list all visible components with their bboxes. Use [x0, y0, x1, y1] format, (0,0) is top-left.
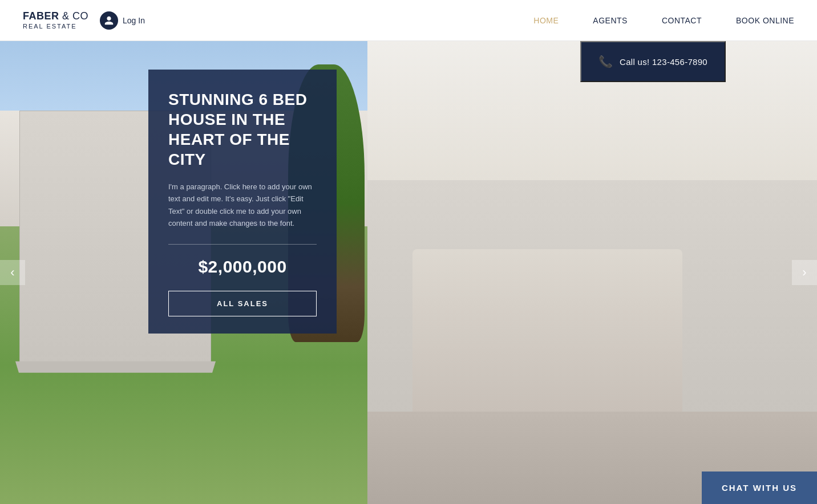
- call-button-text: Call us! 123-456-7890: [620, 57, 707, 67]
- avatar-icon: [100, 11, 118, 30]
- carousel-prev-button[interactable]: ‹: [0, 260, 25, 285]
- phone-icon: 📞: [598, 55, 613, 68]
- all-sales-button[interactable]: ALL SALES: [168, 291, 317, 316]
- header: FABER & CO REAL ESTATE Log In HOME AGENT…: [0, 0, 817, 41]
- property-divider: [168, 244, 317, 245]
- main-nav: HOME AGENTS CONTACT BOOK ONLINE: [533, 16, 794, 25]
- nav-agents[interactable]: AGENTS: [593, 16, 628, 25]
- logo: FABER & CO REAL ESTATE: [23, 10, 88, 30]
- property-title: STUNNING 6 BED HOUSE IN THE HEART OF THE…: [168, 90, 317, 169]
- login-button[interactable]: Log In: [100, 11, 145, 30]
- logo-tagline: REAL ESTATE: [23, 23, 88, 30]
- login-label: Log In: [123, 16, 145, 25]
- nav-book-online[interactable]: BOOK ONLINE: [736, 16, 794, 25]
- property-price: $2,000,000: [168, 257, 317, 277]
- chevron-right-icon: ›: [802, 265, 806, 280]
- call-button[interactable]: 📞 Call us! 123-456-7890: [580, 41, 726, 82]
- nav-contact[interactable]: CONTACT: [662, 16, 702, 25]
- header-left: FABER & CO REAL ESTATE Log In: [23, 10, 145, 30]
- room-bg: [367, 41, 817, 504]
- hero-section: 📞 Call us! 123-456-7890 ‹ › STUNNING 6 B…: [0, 41, 817, 504]
- carousel-next-button[interactable]: ›: [792, 260, 817, 285]
- nav-home[interactable]: HOME: [533, 16, 559, 25]
- room-couch: [412, 249, 682, 411]
- chat-button[interactable]: CHAT WITH US: [702, 472, 817, 504]
- logo-name: FABER & CO: [23, 10, 88, 23]
- property-description: I'm a paragraph. Click here to add your …: [168, 181, 317, 230]
- chevron-left-icon: ‹: [10, 265, 14, 280]
- property-card: STUNNING 6 BED HOUSE IN THE HEART OF THE…: [148, 70, 337, 334]
